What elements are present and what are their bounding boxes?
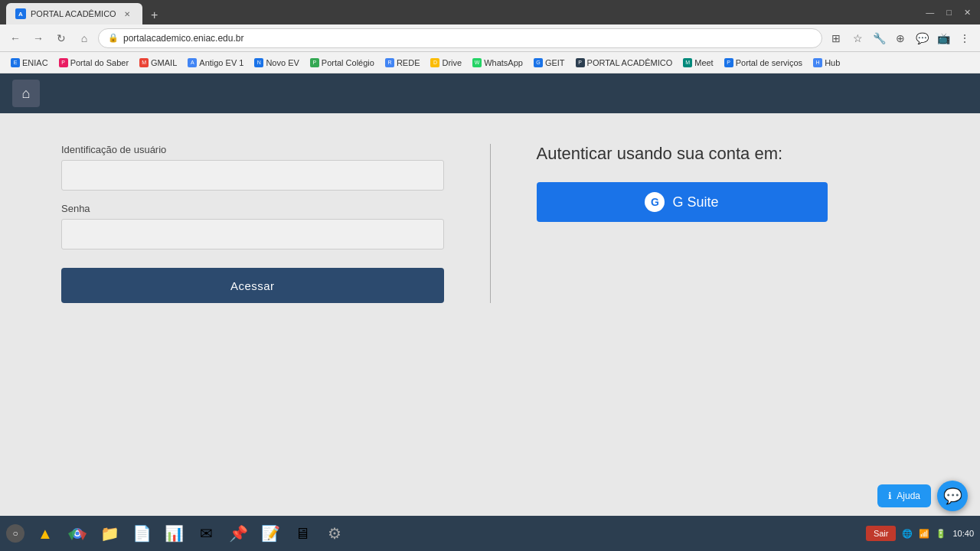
tab-close-button[interactable]: ✕: [121, 8, 133, 20]
browser-chrome: A PORTAL ACADÊMICO ✕ + — □ ✕ ← → ↻ ⌂ 🔒 p…: [0, 0, 980, 73]
bookmark-portal-colegio-favicon: P: [310, 58, 319, 67]
bookmark-portal-colegio[interactable]: P Portal Colégio: [305, 54, 379, 71]
username-label: Identificação de usuário: [61, 144, 444, 155]
close-button[interactable]: ✕: [961, 6, 974, 19]
taskbar: ○ ▲ 📁 📄 📊 ✉ 📌: [0, 516, 980, 551]
bookmark-rede-label: REDE: [397, 58, 420, 67]
svg-point-2: [76, 532, 80, 536]
bookmark-portal-saber-label: Portal do Saber: [70, 58, 129, 67]
cast-icon[interactable]: 📺: [934, 29, 952, 47]
bookmark-drive-label: Drive: [442, 58, 462, 67]
bookmark-gmail-favicon: M: [139, 58, 149, 67]
lock-icon: 🔒: [108, 33, 119, 43]
help-label: Ajuda: [897, 491, 920, 501]
home-nav-button[interactable]: ⌂: [75, 29, 93, 47]
active-tab[interactable]: A PORTAL ACADÊMICO ✕: [6, 3, 142, 24]
bookmark-whatsapp[interactable]: W WhatsApp: [468, 54, 528, 71]
maximize-button[interactable]: □: [943, 6, 955, 18]
password-label: Senha: [61, 203, 444, 214]
password-input[interactable]: [61, 219, 444, 249]
bookmark-whatsapp-favicon: W: [472, 58, 482, 67]
extension1-icon[interactable]: 🔧: [870, 29, 888, 47]
bookmark-hub-label: Hub: [825, 58, 840, 67]
taskbar-notes[interactable]: 📝: [256, 519, 285, 548]
app-header: ⌂: [0, 73, 980, 113]
acessar-button[interactable]: Acessar: [61, 268, 444, 303]
back-button[interactable]: ←: [6, 29, 24, 47]
taskbar-keep[interactable]: 📌: [224, 519, 253, 548]
google-icon: G: [645, 192, 665, 212]
gsuite-label: G Suite: [672, 194, 718, 210]
bookmark-icon[interactable]: ☆: [848, 29, 867, 47]
bookmark-eniac-favicon: E: [11, 58, 20, 67]
bookmark-portal-servicos[interactable]: P Portal de serviços: [720, 54, 807, 71]
bookmark-portal-servicos-label: Portal de serviços: [736, 58, 802, 67]
bookmark-novo-ev[interactable]: N Novo EV: [250, 54, 303, 71]
username-input[interactable]: [61, 160, 444, 191]
browser-title-bar: A PORTAL ACADÊMICO ✕ + — □ ✕: [0, 0, 980, 24]
whatsapp-icon[interactable]: 💬: [913, 29, 931, 47]
bookmark-drive[interactable]: D Drive: [426, 54, 466, 71]
menu-icon[interactable]: ⋮: [956, 29, 974, 47]
bookmark-portal-colegio-label: Portal Colégio: [322, 58, 374, 67]
main-area: Identificação de usuário Senha Acessar A…: [0, 113, 980, 334]
bookmark-portal-academico[interactable]: P PORTAL ACADÊMICO: [571, 54, 678, 71]
bookmark-meet-favicon: M: [683, 58, 692, 67]
bookmark-rede-favicon: R: [385, 58, 394, 67]
taskbar-classroom[interactable]: 🖥: [288, 519, 317, 548]
taskbar-apps: ▲ 📁 📄 📊 ✉ 📌 📝: [31, 519, 349, 548]
window-controls: — □ ✕: [923, 6, 974, 19]
help-widget: ℹ Ajuda 💬: [877, 481, 968, 511]
settings-icon: ⚙: [328, 524, 341, 543]
bookmark-antigo-ev1[interactable]: A Antigo EV 1: [183, 54, 248, 71]
help-chat-button[interactable]: 💬: [937, 481, 968, 511]
screen-capture-icon[interactable]: ⊞: [827, 29, 845, 47]
bookmark-eniac[interactable]: E ENIAC: [6, 54, 53, 71]
taskbar-docs[interactable]: 📄: [127, 519, 156, 548]
bookmark-geit[interactable]: G GEIT: [529, 54, 570, 71]
acessar-label: Acessar: [230, 279, 275, 292]
address-text: portalacademico.eniac.edu.br: [123, 33, 243, 44]
taskbar-files[interactable]: 📁: [95, 519, 124, 548]
taskbar-sheets[interactable]: 📊: [159, 519, 188, 548]
bookmark-hub-favicon: H: [813, 58, 822, 67]
gsuite-button[interactable]: G G Suite: [537, 182, 828, 222]
bookmark-antigo-ev1-favicon: A: [188, 58, 197, 67]
taskbar-search[interactable]: ○: [6, 524, 24, 543]
bookmark-portal-servicos-favicon: P: [724, 58, 733, 67]
battery-icon: 🔋: [936, 529, 946, 539]
login-panel: Identificação de usuário Senha Acessar: [61, 144, 491, 303]
minimize-button[interactable]: —: [923, 6, 937, 18]
taskbar-drive[interactable]: ▲: [31, 519, 60, 548]
extension2-icon[interactable]: ⊕: [891, 29, 910, 47]
oauth-title: Autenticar usando sua conta em:: [537, 144, 920, 164]
bookmark-novo-ev-label: Novo EV: [266, 58, 299, 67]
taskbar-chrome[interactable]: [63, 519, 92, 548]
bookmark-meet[interactable]: M Meet: [678, 54, 717, 71]
bookmark-novo-ev-favicon: N: [254, 58, 263, 67]
reload-button[interactable]: ↻: [52, 29, 70, 47]
bookmark-eniac-label: ENIAC: [22, 58, 48, 67]
browser-tabs: A PORTAL ACADÊMICO ✕ +: [6, 0, 164, 24]
shutdown-button[interactable]: Sair: [866, 526, 897, 541]
chat-icon: 💬: [943, 487, 962, 505]
help-bubble[interactable]: ℹ Ajuda: [877, 484, 931, 507]
bookmark-drive-favicon: D: [430, 58, 439, 67]
bookmark-portal-saber-favicon: P: [59, 58, 68, 67]
bookmark-hub[interactable]: H Hub: [808, 54, 844, 71]
home-button[interactable]: ⌂: [12, 80, 40, 107]
address-bar[interactable]: 🔒 portalacademico.eniac.edu.br: [98, 28, 822, 48]
bookmark-portal-saber[interactable]: P Portal do Saber: [54, 54, 133, 71]
classroom-icon: 🖥: [295, 525, 310, 543]
bookmark-gmail[interactable]: M GMAIL: [135, 54, 181, 71]
bookmark-rede[interactable]: R REDE: [381, 54, 425, 71]
taskbar-gmail[interactable]: ✉: [191, 519, 220, 548]
chrome-icon: [67, 523, 88, 544]
taskbar-settings[interactable]: ⚙: [320, 519, 349, 548]
new-tab-button[interactable]: +: [145, 6, 164, 24]
forward-button[interactable]: →: [29, 29, 47, 47]
bookmarks-bar: E ENIAC P Portal do Saber M GMAIL A Anti…: [0, 52, 980, 73]
gmail-icon: ✉: [200, 524, 213, 543]
network-icon: 🌐: [902, 529, 913, 539]
notes-icon: 📝: [261, 524, 280, 543]
